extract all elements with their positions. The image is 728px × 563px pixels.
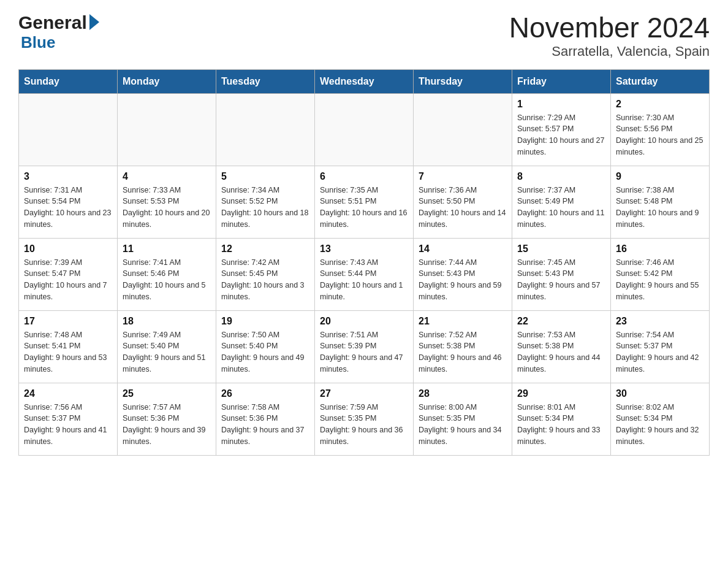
day-info: Sunrise: 7:52 AM Sunset: 5:38 PM Dayligh… bbox=[419, 329, 507, 375]
day-info: Sunrise: 7:33 AM Sunset: 5:53 PM Dayligh… bbox=[123, 185, 211, 231]
day-info: Sunrise: 7:43 AM Sunset: 5:44 PM Dayligh… bbox=[320, 257, 408, 303]
day-number: 12 bbox=[221, 243, 309, 255]
weekday-header-sunday: Sunday bbox=[19, 69, 118, 93]
day-number: 1 bbox=[517, 99, 605, 110]
day-number: 5 bbox=[221, 171, 309, 182]
day-number: 3 bbox=[24, 171, 112, 182]
day-number: 9 bbox=[616, 171, 704, 182]
day-info: Sunrise: 8:01 AM Sunset: 5:34 PM Dayligh… bbox=[517, 402, 605, 448]
day-info: Sunrise: 7:39 AM Sunset: 5:47 PM Dayligh… bbox=[24, 257, 112, 303]
day-info: Sunrise: 7:35 AM Sunset: 5:51 PM Dayligh… bbox=[320, 185, 408, 231]
calendar-cell: 25Sunrise: 7:57 AM Sunset: 5:36 PM Dayli… bbox=[118, 383, 216, 455]
weekday-header-thursday: Thursday bbox=[414, 69, 512, 93]
calendar-cell: 29Sunrise: 8:01 AM Sunset: 5:34 PM Dayli… bbox=[512, 383, 611, 455]
week-row-2: 10Sunrise: 7:39 AM Sunset: 5:47 PM Dayli… bbox=[19, 238, 710, 310]
weekday-header-monday: Monday bbox=[118, 69, 216, 93]
logo-general-text: General bbox=[18, 12, 87, 33]
weekday-header-wednesday: Wednesday bbox=[315, 69, 414, 93]
calendar-cell: 14Sunrise: 7:44 AM Sunset: 5:43 PM Dayli… bbox=[414, 238, 512, 310]
weekday-header-saturday: Saturday bbox=[611, 69, 710, 93]
day-number: 15 bbox=[517, 243, 605, 255]
day-number: 23 bbox=[616, 316, 704, 327]
calendar-cell: 4Sunrise: 7:33 AM Sunset: 5:53 PM Daylig… bbox=[118, 166, 216, 238]
day-number: 13 bbox=[320, 243, 408, 255]
calendar-cell: 11Sunrise: 7:41 AM Sunset: 5:46 PM Dayli… bbox=[118, 238, 216, 310]
calendar-cell bbox=[19, 93, 118, 166]
day-info: Sunrise: 8:02 AM Sunset: 5:34 PM Dayligh… bbox=[616, 402, 704, 448]
day-number: 25 bbox=[123, 388, 211, 399]
day-info: Sunrise: 7:49 AM Sunset: 5:40 PM Dayligh… bbox=[123, 329, 211, 375]
day-info: Sunrise: 7:37 AM Sunset: 5:49 PM Dayligh… bbox=[517, 185, 605, 231]
day-number: 20 bbox=[320, 316, 408, 327]
title-area: November 2024 Sarratella, Valencia, Spai… bbox=[509, 12, 710, 59]
day-number: 6 bbox=[320, 171, 408, 182]
day-number: 30 bbox=[616, 388, 704, 399]
calendar-cell: 7Sunrise: 7:36 AM Sunset: 5:50 PM Daylig… bbox=[414, 166, 512, 238]
day-info: Sunrise: 7:41 AM Sunset: 5:46 PM Dayligh… bbox=[123, 257, 211, 303]
day-number: 8 bbox=[517, 171, 605, 182]
calendar-cell: 28Sunrise: 8:00 AM Sunset: 5:35 PM Dayli… bbox=[414, 383, 512, 455]
calendar-cell: 5Sunrise: 7:34 AM Sunset: 5:52 PM Daylig… bbox=[216, 166, 315, 238]
header: General Blue November 2024 Sarratella, V… bbox=[18, 12, 710, 59]
day-info: Sunrise: 7:36 AM Sunset: 5:50 PM Dayligh… bbox=[419, 185, 507, 231]
calendar-cell: 23Sunrise: 7:54 AM Sunset: 5:37 PM Dayli… bbox=[611, 310, 710, 383]
weekday-header-tuesday: Tuesday bbox=[216, 69, 315, 93]
calendar-cell bbox=[315, 93, 414, 166]
week-row-3: 17Sunrise: 7:48 AM Sunset: 5:41 PM Dayli… bbox=[19, 310, 710, 383]
calendar-cell: 15Sunrise: 7:45 AM Sunset: 5:43 PM Dayli… bbox=[512, 238, 611, 310]
calendar-cell: 19Sunrise: 7:50 AM Sunset: 5:40 PM Dayli… bbox=[216, 310, 315, 383]
day-number: 21 bbox=[419, 316, 507, 327]
day-info: Sunrise: 7:44 AM Sunset: 5:43 PM Dayligh… bbox=[419, 257, 507, 303]
calendar-cell: 10Sunrise: 7:39 AM Sunset: 5:47 PM Dayli… bbox=[19, 238, 118, 310]
calendar-cell: 2Sunrise: 7:30 AM Sunset: 5:56 PM Daylig… bbox=[611, 93, 710, 166]
calendar-cell: 30Sunrise: 8:02 AM Sunset: 5:34 PM Dayli… bbox=[611, 383, 710, 455]
day-info: Sunrise: 7:38 AM Sunset: 5:48 PM Dayligh… bbox=[616, 185, 704, 231]
calendar-subtitle: Sarratella, Valencia, Spain bbox=[509, 44, 710, 59]
calendar-cell: 16Sunrise: 7:46 AM Sunset: 5:42 PM Dayli… bbox=[611, 238, 710, 310]
day-number: 14 bbox=[419, 243, 507, 255]
day-info: Sunrise: 7:56 AM Sunset: 5:37 PM Dayligh… bbox=[24, 402, 112, 448]
day-info: Sunrise: 7:31 AM Sunset: 5:54 PM Dayligh… bbox=[24, 185, 112, 231]
day-number: 27 bbox=[320, 388, 408, 399]
day-info: Sunrise: 7:51 AM Sunset: 5:39 PM Dayligh… bbox=[320, 329, 408, 375]
day-number: 28 bbox=[419, 388, 507, 399]
day-info: Sunrise: 7:57 AM Sunset: 5:36 PM Dayligh… bbox=[123, 402, 211, 448]
week-row-4: 24Sunrise: 7:56 AM Sunset: 5:37 PM Dayli… bbox=[19, 383, 710, 455]
day-info: Sunrise: 7:34 AM Sunset: 5:52 PM Dayligh… bbox=[221, 185, 309, 231]
calendar-cell: 8Sunrise: 7:37 AM Sunset: 5:49 PM Daylig… bbox=[512, 166, 611, 238]
week-row-0: 1Sunrise: 7:29 AM Sunset: 5:57 PM Daylig… bbox=[19, 93, 710, 166]
day-number: 29 bbox=[517, 388, 605, 399]
calendar-cell: 1Sunrise: 7:29 AM Sunset: 5:57 PM Daylig… bbox=[512, 93, 611, 166]
day-number: 2 bbox=[616, 99, 704, 110]
day-number: 7 bbox=[419, 171, 507, 182]
calendar-cell: 13Sunrise: 7:43 AM Sunset: 5:44 PM Dayli… bbox=[315, 238, 414, 310]
day-info: Sunrise: 7:58 AM Sunset: 5:36 PM Dayligh… bbox=[221, 402, 309, 448]
day-number: 22 bbox=[517, 316, 605, 327]
day-number: 16 bbox=[616, 243, 704, 255]
calendar-cell bbox=[414, 93, 512, 166]
day-number: 26 bbox=[221, 388, 309, 399]
day-info: Sunrise: 7:50 AM Sunset: 5:40 PM Dayligh… bbox=[221, 329, 309, 375]
day-number: 11 bbox=[123, 243, 211, 255]
calendar-cell bbox=[216, 93, 315, 166]
day-info: Sunrise: 7:42 AM Sunset: 5:45 PM Dayligh… bbox=[221, 257, 309, 303]
day-info: Sunrise: 7:30 AM Sunset: 5:56 PM Dayligh… bbox=[616, 112, 704, 158]
logo-blue-text: Blue bbox=[21, 33, 55, 52]
calendar-cell: 9Sunrise: 7:38 AM Sunset: 5:48 PM Daylig… bbox=[611, 166, 710, 238]
calendar-cell: 3Sunrise: 7:31 AM Sunset: 5:54 PM Daylig… bbox=[19, 166, 118, 238]
calendar-cell: 26Sunrise: 7:58 AM Sunset: 5:36 PM Dayli… bbox=[216, 383, 315, 455]
logo: General Blue bbox=[18, 12, 100, 52]
day-number: 24 bbox=[24, 388, 112, 399]
day-number: 18 bbox=[123, 316, 211, 327]
day-number: 10 bbox=[24, 243, 112, 255]
day-info: Sunrise: 7:45 AM Sunset: 5:43 PM Dayligh… bbox=[517, 257, 605, 303]
day-number: 4 bbox=[123, 171, 211, 182]
calendar-title: November 2024 bbox=[509, 12, 710, 44]
calendar-cell: 17Sunrise: 7:48 AM Sunset: 5:41 PM Dayli… bbox=[19, 310, 118, 383]
calendar-header-row: SundayMondayTuesdayWednesdayThursdayFrid… bbox=[19, 69, 710, 93]
day-info: Sunrise: 7:48 AM Sunset: 5:41 PM Dayligh… bbox=[24, 329, 112, 375]
calendar-cell: 6Sunrise: 7:35 AM Sunset: 5:51 PM Daylig… bbox=[315, 166, 414, 238]
day-info: Sunrise: 7:53 AM Sunset: 5:38 PM Dayligh… bbox=[517, 329, 605, 375]
day-info: Sunrise: 8:00 AM Sunset: 5:35 PM Dayligh… bbox=[419, 402, 507, 448]
calendar-cell: 18Sunrise: 7:49 AM Sunset: 5:40 PM Dayli… bbox=[118, 310, 216, 383]
